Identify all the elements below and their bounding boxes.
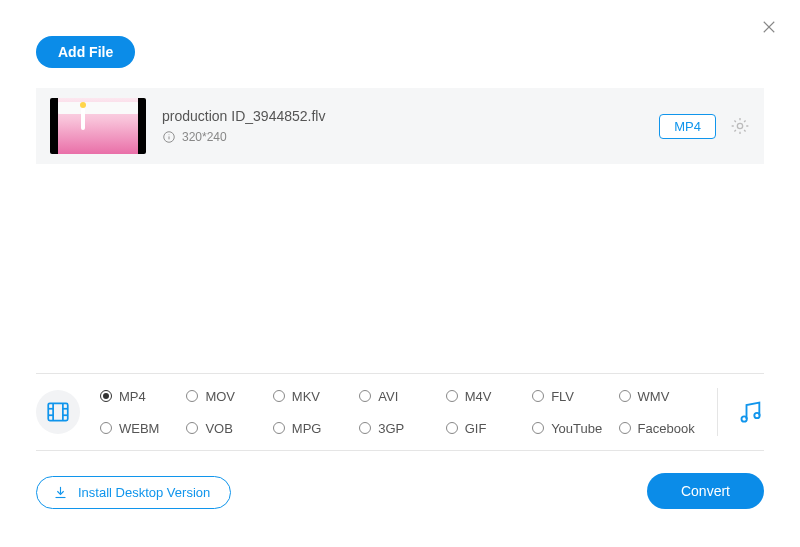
format-label: Facebook bbox=[638, 421, 695, 436]
radio-icon bbox=[100, 422, 112, 434]
file-row: production ID_3944852.flv 320*240 MP4 bbox=[36, 88, 764, 164]
radio-icon bbox=[532, 422, 544, 434]
radio-icon bbox=[446, 422, 458, 434]
format-label: MP4 bbox=[119, 389, 146, 404]
file-info: production ID_3944852.flv 320*240 bbox=[162, 108, 659, 144]
radio-icon bbox=[532, 390, 544, 402]
format-label: AVI bbox=[378, 389, 398, 404]
audio-formats-icon[interactable] bbox=[736, 398, 764, 426]
format-divider bbox=[717, 388, 718, 436]
format-label: 3GP bbox=[378, 421, 404, 436]
format-label: YouTube bbox=[551, 421, 602, 436]
format-bar: MP4MOVMKVAVIM4VFLVWMVWEBMVOBMPG3GPGIFYou… bbox=[36, 373, 764, 451]
svg-rect-6 bbox=[48, 403, 68, 420]
svg-point-5 bbox=[737, 123, 742, 128]
format-option-m4v[interactable]: M4V bbox=[446, 389, 526, 404]
file-thumbnail[interactable] bbox=[50, 98, 146, 154]
radio-icon bbox=[186, 390, 198, 402]
format-option-wmv[interactable]: WMV bbox=[619, 389, 699, 404]
svg-point-4 bbox=[169, 134, 170, 135]
download-icon bbox=[53, 485, 68, 500]
radio-icon bbox=[186, 422, 198, 434]
info-icon[interactable] bbox=[162, 130, 176, 144]
file-meta: 320*240 bbox=[162, 130, 659, 144]
format-label: WMV bbox=[638, 389, 670, 404]
format-option-facebook[interactable]: Facebook bbox=[619, 421, 699, 436]
install-desktop-button[interactable]: Install Desktop Version bbox=[36, 476, 231, 509]
format-label: FLV bbox=[551, 389, 574, 404]
format-option-youtube[interactable]: YouTube bbox=[532, 421, 612, 436]
svg-point-13 bbox=[741, 416, 746, 421]
format-label: MPG bbox=[292, 421, 322, 436]
format-grid: MP4MOVMKVAVIM4VFLVWMVWEBMVOBMPG3GPGIFYou… bbox=[100, 384, 699, 440]
format-option-gif[interactable]: GIF bbox=[446, 421, 526, 436]
radio-icon bbox=[359, 390, 371, 402]
file-name: production ID_3944852.flv bbox=[162, 108, 659, 124]
radio-icon bbox=[619, 390, 631, 402]
format-label: M4V bbox=[465, 389, 492, 404]
format-option-3gp[interactable]: 3GP bbox=[359, 421, 439, 436]
add-file-button[interactable]: Add File bbox=[36, 36, 135, 68]
radio-icon bbox=[100, 390, 112, 402]
radio-icon bbox=[619, 422, 631, 434]
radio-icon bbox=[446, 390, 458, 402]
format-label: MOV bbox=[205, 389, 235, 404]
format-option-avi[interactable]: AVI bbox=[359, 389, 439, 404]
format-option-webm[interactable]: WEBM bbox=[100, 421, 180, 436]
format-option-flv[interactable]: FLV bbox=[532, 389, 612, 404]
gear-icon[interactable] bbox=[730, 116, 750, 136]
file-resolution: 320*240 bbox=[182, 130, 227, 144]
svg-point-14 bbox=[754, 413, 759, 418]
video-formats-icon[interactable] bbox=[36, 390, 80, 434]
format-label: WEBM bbox=[119, 421, 159, 436]
radio-icon bbox=[359, 422, 371, 434]
format-option-mpg[interactable]: MPG bbox=[273, 421, 353, 436]
format-option-mp4[interactable]: MP4 bbox=[100, 389, 180, 404]
radio-icon bbox=[273, 422, 285, 434]
format-option-mov[interactable]: MOV bbox=[186, 389, 266, 404]
format-option-vob[interactable]: VOB bbox=[186, 421, 266, 436]
radio-icon bbox=[273, 390, 285, 402]
format-label: VOB bbox=[205, 421, 232, 436]
install-desktop-label: Install Desktop Version bbox=[78, 485, 210, 500]
format-label: GIF bbox=[465, 421, 487, 436]
convert-button[interactable]: Convert bbox=[647, 473, 764, 509]
format-option-mkv[interactable]: MKV bbox=[273, 389, 353, 404]
format-label: MKV bbox=[292, 389, 320, 404]
close-icon[interactable] bbox=[760, 18, 778, 36]
target-format-badge[interactable]: MP4 bbox=[659, 114, 716, 139]
